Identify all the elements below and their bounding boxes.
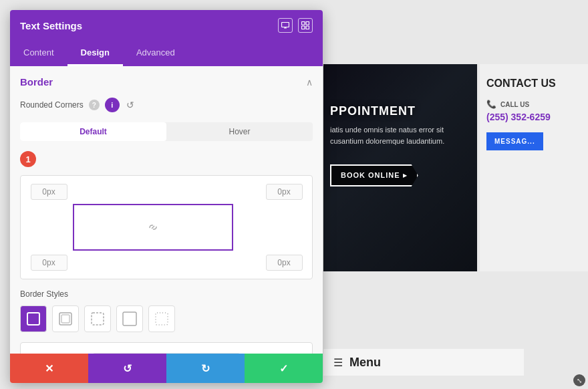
svg-rect-5 <box>302 26 305 29</box>
top-right-radius-input[interactable] <box>266 184 303 200</box>
border-section-title: Border <box>20 76 53 88</box>
menu-label: Menu <box>349 356 381 370</box>
border-styles-label: Border Styles <box>20 289 313 299</box>
cancel-button[interactable]: ✕ <box>10 354 88 383</box>
svg-rect-9 <box>61 315 69 323</box>
save-button[interactable]: ✓ <box>245 354 323 383</box>
svg-rect-12 <box>156 313 168 325</box>
panel-header: Text Settings <box>10 10 323 41</box>
preview-dark-section: PPOINTMENT iatis unde omnis iste natus e… <box>323 64 477 271</box>
sub-tabs: Default Hover <box>20 122 313 141</box>
call-us-row: 📞 CALL US <box>486 100 581 109</box>
border-style-inner[interactable] <box>52 305 79 332</box>
svg-rect-7 <box>27 313 39 325</box>
border-style-solid[interactable] <box>20 305 47 332</box>
undo-button[interactable]: ↺ <box>88 354 166 383</box>
tab-content[interactable]: Content <box>10 41 67 66</box>
message-button[interactable]: MESSAG... <box>486 132 543 150</box>
border-style-dotted[interactable] <box>148 305 175 332</box>
radius-preview-box <box>73 204 233 251</box>
panel-tabs: Content Design Advanced <box>10 41 323 66</box>
panel-toolbar: ✕ ↺ ↻ ✓ <box>10 354 323 383</box>
phone-number: (255) 352-6259 <box>486 112 581 122</box>
hamburger-icon: ☰ <box>333 356 343 369</box>
svg-rect-10 <box>92 313 104 325</box>
contact-us-heading: CONTACT US <box>486 78 581 90</box>
chevron-up-icon[interactable]: ∧ <box>306 77 313 88</box>
step-badge: 1 <box>20 151 36 167</box>
book-online-button[interactable]: BOOK ONLINE ▸ <box>330 164 418 186</box>
text-settings-panel: Text Settings Content Design <box>10 10 323 383</box>
rounded-corners-row: Rounded Corners ? i ↺ <box>20 98 313 112</box>
tab-advanced[interactable]: Advanced <box>123 41 188 66</box>
sub-tab-default[interactable]: Default <box>20 122 166 141</box>
svg-rect-3 <box>302 22 305 25</box>
appointment-text: PPOINTMENT <box>330 104 416 118</box>
preview-bottom-bar: ☰ Menu <box>323 349 524 376</box>
panel-content: Border ∧ Rounded Corners ? i ↺ Default H… <box>10 66 323 354</box>
rounded-corners-label: Rounded Corners <box>20 100 84 110</box>
border-color-preview <box>20 342 313 354</box>
svg-rect-11 <box>123 312 136 326</box>
bottom-left-radius-input[interactable] <box>31 255 67 271</box>
bottom-right-radius-input[interactable] <box>266 255 303 271</box>
screen-icon[interactable] <box>278 18 293 33</box>
border-styles-grid <box>20 305 313 332</box>
panel-header-icons <box>278 18 313 33</box>
top-left-radius-input[interactable] <box>31 184 67 200</box>
phone-icon: 📞 <box>486 100 496 109</box>
svg-rect-6 <box>306 26 309 29</box>
border-radius-container <box>20 175 313 279</box>
link-icon <box>147 221 159 233</box>
reset-button[interactable]: ↺ <box>125 98 136 112</box>
tab-design[interactable]: Design <box>67 41 123 66</box>
sub-tab-hover[interactable]: Hover <box>166 122 313 141</box>
layout-icon[interactable] <box>298 18 313 33</box>
svg-rect-4 <box>306 22 309 25</box>
border-style-dashed[interactable] <box>84 305 111 332</box>
preview-body-text: iatis unde omnis iste natus error sit cu… <box>330 124 470 146</box>
border-style-outer[interactable] <box>116 305 143 332</box>
resize-indicator[interactable]: ⤡ <box>573 374 585 386</box>
svg-rect-0 <box>282 23 289 27</box>
redo-button[interactable]: ↻ <box>166 354 245 383</box>
info-button[interactable]: i <box>105 98 120 112</box>
panel-title: Text Settings <box>20 20 82 31</box>
border-section-header: Border ∧ <box>20 76 313 88</box>
help-icon[interactable]: ? <box>89 100 100 110</box>
preview-right-section: CONTACT US 📞 CALL US (255) 352-6259 MESS… <box>480 64 588 271</box>
call-us-label: CALL US <box>500 101 529 108</box>
